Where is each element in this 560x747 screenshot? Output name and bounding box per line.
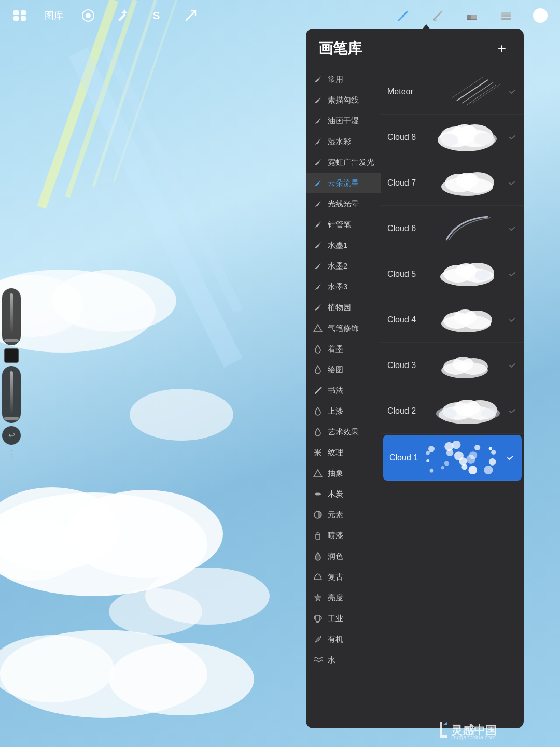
svg-point-94 — [436, 408, 457, 419]
category-item-elements[interactable]: 元素 — [306, 504, 381, 525]
category-item-light[interactable]: 光线光晕 — [306, 193, 381, 214]
category-item-texture[interactable]: 纹理 — [306, 442, 381, 463]
svg-text:lingganchina.com: lingganchina.com — [451, 734, 496, 740]
layers-button[interactable] — [497, 6, 515, 25]
undo-button[interactable]: ↩ — [2, 426, 21, 445]
category-label-vintage: 复古 — [328, 572, 343, 582]
svg-point-112 — [441, 466, 444, 469]
toolbar-left: 图库 S — [10, 6, 200, 25]
brush-item-meteor[interactable]: Meteor — [381, 69, 524, 115]
brush-preview-cloud3 — [424, 347, 507, 384]
brush-item-cloud1[interactable]: Cloud 1 — [383, 435, 522, 481]
category-item-ink_drop[interactable]: 着墨 — [306, 339, 381, 359]
svg-marker-51 — [314, 470, 322, 477]
brush-name-cloud6: Cloud 6 — [387, 224, 416, 233]
svg-point-102 — [446, 449, 453, 456]
svg-point-24 — [86, 13, 90, 18]
category-icon-ink3 — [312, 281, 324, 292]
category-item-sketch[interactable]: 素描勾线 — [306, 90, 381, 110]
category-icon-paint — [312, 405, 324, 417]
category-item-drawing[interactable]: 绘图 — [306, 359, 381, 380]
category-item-botanical[interactable]: 植物园 — [306, 297, 381, 318]
category-item-organic[interactable]: 有机 — [306, 629, 381, 650]
svg-point-111 — [429, 469, 433, 473]
color-picker-button[interactable] — [531, 6, 550, 25]
category-item-oil[interactable]: 油画干湿 — [306, 110, 381, 131]
svg-rect-21 — [13, 16, 19, 21]
brush-item-cloud4[interactable]: Cloud 4 — [381, 297, 524, 343]
category-item-common[interactable]: 常用 — [306, 69, 381, 90]
brush-preview-cloud1 — [422, 440, 505, 476]
more-options-button[interactable]: ⋮ — [7, 448, 16, 459]
category-item-water[interactable]: 水 — [306, 650, 381, 670]
selection-button[interactable]: S — [147, 6, 166, 25]
svg-point-13 — [109, 588, 202, 635]
smudge-tool-button[interactable] — [428, 6, 447, 25]
gallery-button[interactable] — [10, 6, 29, 25]
magic-button[interactable] — [113, 6, 132, 25]
svg-point-100 — [488, 447, 492, 450]
category-item-ink3[interactable]: 水墨3 — [306, 276, 381, 297]
svg-line-63 — [462, 82, 493, 103]
color-swatch[interactable] — [4, 348, 19, 363]
category-icon-ink_drop — [312, 343, 324, 355]
category-icon-neon — [312, 157, 324, 168]
transform-button[interactable] — [181, 6, 200, 25]
eraser-tool-button[interactable] — [463, 6, 481, 25]
brush-item-cloud6[interactable]: Cloud 6 — [381, 206, 524, 251]
category-icon-ink1 — [312, 239, 324, 251]
category-item-vintage[interactable]: 复古 — [306, 567, 381, 587]
category-item-cloud_meteor[interactable]: 云朵流星 — [306, 173, 381, 193]
category-item-watercolor[interactable]: 湿水彩 — [306, 131, 381, 152]
category-item-artistic[interactable]: 艺术效果 — [306, 421, 381, 442]
category-label-elements: 元素 — [328, 510, 343, 520]
category-icon-vintage — [312, 571, 324, 583]
category-item-calligraphy[interactable]: 书法 — [306, 380, 381, 401]
category-item-ink1[interactable]: 水墨1 — [306, 235, 381, 256]
category-item-ink2[interactable]: 水墨2 — [306, 256, 381, 276]
svg-rect-28 — [467, 15, 471, 20]
opacity-slider-container[interactable] — [2, 366, 21, 423]
brush-item-cloud3[interactable]: Cloud 3 — [381, 343, 524, 388]
category-icon-ink2 — [312, 260, 324, 272]
category-item-airbrush_deco[interactable]: 气笔修饰 — [306, 318, 381, 339]
category-item-pen[interactable]: 针管笔 — [306, 214, 381, 235]
svg-point-89 — [453, 357, 473, 371]
category-item-brightness[interactable]: 亮度 — [306, 587, 381, 608]
svg-point-81 — [475, 270, 491, 280]
category-label-ink_drop: 着墨 — [328, 344, 343, 354]
brush-size-thumb[interactable] — [4, 339, 19, 342]
brush-check-cloud2 — [507, 406, 517, 416]
category-item-neon[interactable]: 霓虹广告发光 — [306, 152, 381, 173]
brush-item-cloud8[interactable]: Cloud 8 — [381, 115, 524, 160]
brush-tool-button[interactable] — [394, 6, 413, 25]
category-icon-brightness — [312, 592, 324, 603]
svg-point-109 — [466, 455, 475, 464]
opacity-thumb[interactable] — [4, 417, 19, 420]
category-item-charcoal[interactable]: 木炭 — [306, 484, 381, 504]
brush-panel-body: 常用素描勾线油画干湿湿水彩霓虹广告发光云朵流星光线光晕针管笔水墨1水墨2水墨3植… — [306, 67, 524, 728]
category-item-retouch[interactable]: 润色 — [306, 546, 381, 567]
add-brush-button[interactable]: + — [493, 39, 511, 58]
brush-size-slider-container[interactable] — [2, 288, 21, 345]
category-label-retouch: 润色 — [328, 552, 343, 561]
category-item-paint[interactable]: 上漆 — [306, 401, 381, 421]
brush-item-cloud5[interactable]: Cloud 5 — [381, 251, 524, 297]
svg-rect-32 — [501, 18, 511, 20]
svg-point-99 — [474, 445, 480, 450]
category-item-industrial[interactable]: 工业 — [306, 608, 381, 629]
svg-point-101 — [426, 451, 430, 455]
svg-point-114 — [468, 466, 477, 474]
category-item-abstract[interactable]: 抽象 — [306, 463, 381, 484]
brush-preview-cloud5 — [424, 256, 507, 292]
category-item-spray[interactable]: 喷漆 — [306, 525, 381, 546]
brush-panel: 画笔库 + 常用素描勾线油画干湿湿水彩霓虹广告发光云朵流星光线光晕针管笔水墨1水… — [306, 29, 524, 728]
category-icon-sketch — [312, 94, 324, 106]
category-icon-retouch — [312, 551, 324, 562]
brush-name-meteor: Meteor — [387, 87, 413, 96]
settings-button[interactable] — [79, 6, 97, 25]
brush-name-cloud8: Cloud 8 — [387, 133, 416, 142]
brush-item-cloud2[interactable]: Cloud 2 — [381, 388, 524, 434]
category-label-artistic: 艺术效果 — [328, 427, 359, 437]
brush-item-cloud7[interactable]: Cloud 7 — [381, 160, 524, 206]
